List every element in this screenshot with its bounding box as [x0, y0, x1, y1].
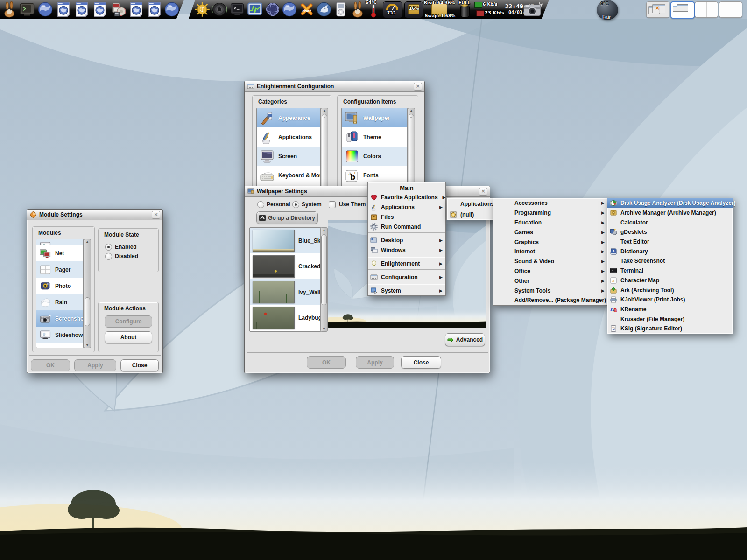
menu-item[interactable]: gDesklets [607, 227, 733, 237]
list-item[interactable]: Theme [342, 127, 407, 147]
menu-item[interactable]: ABKRename [607, 305, 733, 315]
terminal-icon[interactable] [229, 1, 246, 18]
close-button[interactable]: Close [120, 359, 159, 371]
web-document-icon[interactable] [92, 1, 108, 18]
menu-item[interactable]: Graphics▶ [493, 237, 607, 247]
music-player-icon[interactable] [332, 1, 349, 18]
rabbit-mascot-icon[interactable] [1, 1, 18, 18]
package-installer-icon[interactable] [110, 1, 127, 18]
menu-item[interactable]: (null) [447, 209, 494, 220]
menu-item[interactable]: System▶ [368, 286, 445, 295]
screenshot-gadget[interactable] [522, 0, 543, 19]
list-item[interactable]: Ivy_Wall [250, 279, 321, 305]
menu-item[interactable]: Ark (Archiving Tool) [607, 285, 733, 295]
menu-item[interactable]: Applications▶ [368, 202, 445, 212]
personal-radio[interactable] [257, 201, 264, 208]
list-item[interactable]: Net [36, 245, 83, 261]
menu-item[interactable]: Krusader (File Manager) [607, 314, 733, 324]
battery-gadget[interactable]: FULL [458, 0, 473, 19]
about-button[interactable]: About [105, 331, 152, 343]
scroll-down-icon[interactable]: ▼ [84, 343, 91, 348]
close-icon[interactable]: × [414, 83, 422, 91]
wolf-icon[interactable] [316, 1, 332, 18]
menu-item[interactable]: Take Screenshot [607, 256, 733, 266]
web-document-icon[interactable] [146, 1, 163, 18]
menu-item[interactable]: Office▶ [493, 266, 607, 276]
menu-item[interactable]: Games▶ [493, 227, 607, 237]
system-radio[interactable] [292, 201, 299, 208]
apply-button[interactable]: Apply [356, 356, 394, 369]
menu-item[interactable]: Sound & Video▶ [493, 257, 607, 266]
list-item[interactable]: Wallpaper [342, 108, 407, 127]
ok-button[interactable]: OK [307, 356, 346, 369]
rabbit-mascot-icon[interactable] [349, 1, 366, 18]
list-item[interactable]: Rain [36, 294, 83, 310]
list-item[interactable]: Photo [36, 278, 83, 294]
pager-desktop-3[interactable] [695, 1, 718, 18]
list-item[interactable]: Applications [257, 127, 320, 147]
close-icon[interactable]: × [479, 188, 487, 196]
titlebar[interactable]: Enlightenment Configuration × [245, 81, 424, 92]
close-button[interactable]: Close [401, 356, 441, 369]
scroll-up-icon[interactable]: ▲ [321, 228, 327, 232]
menu-item[interactable]: SigKSig (Signature Editor) [607, 324, 733, 334]
disabled-radio[interactable] [105, 253, 112, 260]
menu-item[interactable]: Terminal [607, 266, 733, 276]
menu-item[interactable]: Configuration▶ [368, 272, 445, 282]
scroll-down-icon[interactable]: ▼ [321, 327, 327, 331]
network-gadget[interactable]: 6 Kb/s 23 Kb/s [474, 0, 500, 19]
globe-icon[interactable] [37, 1, 54, 18]
list-item[interactable]: Appearance [257, 108, 320, 127]
list-item[interactable] [36, 239, 83, 245]
configure-button[interactable]: Configure [105, 315, 152, 328]
menu-item[interactable]: Favorite Applications▶ [368, 192, 445, 202]
enabled-radio[interactable] [105, 244, 112, 251]
system-monitor-icon[interactable] [247, 1, 263, 18]
gold-sun-icon[interactable] [194, 1, 211, 18]
use-theme-checkbox[interactable] [329, 201, 336, 208]
menu-item[interactable]: Text Editor [607, 237, 733, 247]
wallpaper-scrollbar[interactable]: ▲ ▼ [320, 227, 328, 332]
memory-gadget[interactable]: Real: 64.36% Swap: 1.68% [424, 0, 455, 19]
web-document-icon[interactable] [55, 1, 72, 18]
menu-item[interactable]: Applications▶ [447, 198, 494, 209]
globe-icon[interactable] [163, 1, 180, 18]
list-item[interactable]: Screen [257, 147, 320, 166]
menu-item[interactable]: Desktop▶ [368, 235, 445, 245]
menu-item[interactable]: Windows▶ [368, 245, 445, 255]
menu-item[interactable]: Internet▶ [493, 247, 607, 257]
list-item[interactable]: Keyboard & Mouse [257, 166, 320, 185]
menu-item[interactable]: Programming▶ [493, 208, 607, 218]
apply-button[interactable]: Apply [74, 359, 116, 371]
pager-desktop-2[interactable] [670, 1, 695, 19]
menu-item[interactable]: Enlightenment▶ [368, 259, 445, 268]
crt-terminal-icon[interactable] [19, 1, 35, 18]
list-item[interactable]: Screenshot [36, 310, 83, 327]
go-up-directory-button[interactable]: Go up a Directory [256, 211, 318, 224]
menu-item[interactable]: Other▶ [493, 276, 607, 286]
wire-sphere-icon[interactable] [264, 1, 281, 18]
menu-item[interactable]: Education▶ [493, 218, 607, 228]
scroll-up-icon[interactable]: ▲ [84, 239, 91, 244]
menu-item[interactable]: ADictionary [607, 246, 733, 256]
menu-item[interactable]: Run Command [368, 222, 445, 231]
list-item[interactable]: Blue_Sky_Tree [250, 228, 321, 253]
menu-item[interactable]: Accessories▶ [493, 198, 607, 208]
web-document-icon[interactable] [73, 1, 90, 18]
menu-item[interactable]: KJobViewer (Print Jobs) [607, 295, 733, 305]
menu-item[interactable]: Files [368, 212, 445, 222]
list-item[interactable]: Colors [342, 147, 407, 166]
menu-item[interactable]: Calculator [607, 217, 733, 227]
pager-desktop-4[interactable] [719, 1, 742, 18]
menu-item[interactable]: Disk Usage Analyzer (Disk Usage Analyzer… [607, 198, 733, 208]
menu-item[interactable]: Archive Manager (Archive Manager) [607, 208, 733, 218]
menu-item[interactable]: System Tools▶ [493, 286, 607, 295]
list-item[interactable]: Ladybug [250, 305, 321, 330]
list-item[interactable]: Cracked_Earth [250, 253, 321, 279]
list-item[interactable]: Pager [36, 261, 83, 278]
globe-icon[interactable] [281, 1, 298, 18]
xchat-icon[interactable]: chat [298, 1, 315, 18]
modules-scrollbar[interactable]: ▲ ▼ [84, 239, 91, 348]
ok-button[interactable]: OK [31, 359, 70, 371]
close-icon[interactable]: × [152, 211, 160, 219]
